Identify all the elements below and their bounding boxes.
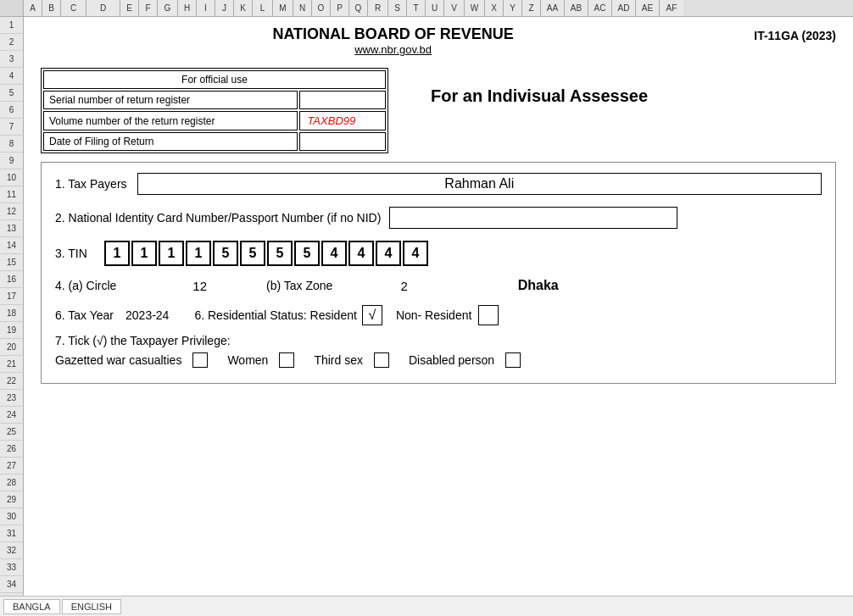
col-header-L[interactable]: L <box>253 0 273 16</box>
city-value: Dhaka <box>518 278 559 293</box>
row-num-16: 16 <box>0 271 24 288</box>
tin-digit-9[interactable]: 4 <box>321 241 347 266</box>
bottom-tab-bar: BANGLA ENGLISH <box>0 596 853 616</box>
column-header-row: A B C D E F G H I J K L M N O P Q R S T … <box>0 0 853 17</box>
gazetted-checkbox[interactable] <box>192 352 208 368</box>
third-sex-label: Third sex <box>314 353 363 367</box>
tin-cells: 1 1 1 1 5 5 5 5 4 4 4 4 <box>104 241 428 266</box>
col-header-Y[interactable]: Y <box>504 0 522 16</box>
non-resident-label: Non- Resident <box>396 308 472 322</box>
tin-label: 3. TIN <box>55 247 87 260</box>
residential-label: 6. Residential Status: Resident <box>194 308 356 322</box>
row-num-26: 26 <box>0 441 24 458</box>
tab-english[interactable]: ENGLISH <box>62 599 121 614</box>
col-header-U[interactable]: U <box>426 0 444 16</box>
tin-digit-5[interactable]: 5 <box>213 241 238 266</box>
col-header-W[interactable]: W <box>465 0 485 16</box>
tax-payers-row: 1. Tax Payers Rahman Ali <box>55 173 822 195</box>
circle-zone-row: 4. (a) Circle 12 (b) Tax Zone 2 Dhaka <box>55 278 822 293</box>
tab-bangla[interactable]: BANGLA <box>3 599 60 614</box>
row-num-1: 1 <box>0 17 24 34</box>
row-num-3: 3 <box>0 51 24 68</box>
document-title: NATIONAL BOARD OF REVENUE <box>41 25 745 43</box>
women-checkbox[interactable] <box>279 352 294 368</box>
col-header-V[interactable]: V <box>444 0 465 16</box>
col-header-P[interactable]: P <box>331 0 349 16</box>
col-header-H[interactable]: H <box>178 0 197 16</box>
tin-digit-4[interactable]: 1 <box>186 241 211 266</box>
nid-value[interactable] <box>389 207 677 229</box>
circle-value: 12 <box>192 279 207 293</box>
privilege-section: 7. Tick (√) the Taxpayer Privilege: Gaze… <box>55 334 822 368</box>
privilege-row: Gazetted war casualties Women Third sex … <box>55 352 822 368</box>
tin-digit-12[interactable]: 4 <box>403 241 428 266</box>
disabled-checkbox[interactable] <box>505 352 521 368</box>
row-num-24: 24 <box>0 407 24 424</box>
official-use-section: For official use Serial number of return… <box>41 61 836 153</box>
col-header-A[interactable]: A <box>24 0 42 16</box>
volume-number-label: Volume number of the return register <box>43 111 298 130</box>
volume-number-value[interactable]: TAXBD99 <box>299 111 386 130</box>
date-filing-value[interactable] <box>299 132 386 151</box>
row-num-12: 12 <box>0 203 24 220</box>
col-header-F[interactable]: F <box>139 0 158 16</box>
col-header-R[interactable]: R <box>368 0 388 16</box>
col-header-D[interactable]: D <box>86 0 120 16</box>
col-header-AB[interactable]: AB <box>565 0 588 16</box>
resident-checkbox[interactable]: √ <box>362 305 382 325</box>
col-header-AA[interactable]: AA <box>541 0 565 16</box>
tin-digit-3[interactable]: 1 <box>159 241 184 266</box>
col-header-J[interactable]: J <box>215 0 234 16</box>
tin-digit-10[interactable]: 4 <box>348 241 374 266</box>
gazetted-label: Gazetted war casualties <box>55 353 181 367</box>
col-header-B[interactable]: B <box>42 0 61 16</box>
col-header-Q[interactable]: Q <box>349 0 368 16</box>
row-num-23: 23 <box>0 390 24 407</box>
row-num-29: 29 <box>0 491 24 508</box>
disabled-person-label: Disabled person <box>409 353 494 367</box>
row-num-22: 22 <box>0 373 24 390</box>
tax-payers-value[interactable]: Rahman Ali <box>137 173 822 195</box>
row-num-2: 2 <box>0 34 24 51</box>
col-header-I[interactable]: I <box>197 0 215 16</box>
tin-digit-6[interactable]: 5 <box>240 241 265 266</box>
tax-year-value: 2023-24 <box>125 308 169 322</box>
non-resident-checkbox[interactable] <box>478 305 499 325</box>
document-content: NATIONAL BOARD OF REVENUE www.nbr.gov.bd… <box>24 17 853 596</box>
nid-label: 2. National Identity Card Number/Passpor… <box>55 211 381 225</box>
row-num-14: 14 <box>0 237 24 254</box>
tin-digit-7[interactable]: 5 <box>267 241 293 266</box>
row-num-21: 21 <box>0 356 24 373</box>
col-header-O[interactable]: O <box>312 0 331 16</box>
col-header-AD[interactable]: AD <box>612 0 636 16</box>
tin-digit-1[interactable]: 1 <box>104 241 130 266</box>
row-num-9: 9 <box>0 153 24 169</box>
tin-digit-11[interactable]: 4 <box>376 241 401 266</box>
form-id: IT-11GA (2023) <box>754 29 836 42</box>
row-num-27: 27 <box>0 458 24 474</box>
col-header-S[interactable]: S <box>388 0 407 16</box>
tin-digit-8[interactable]: 5 <box>294 241 320 266</box>
col-header-M[interactable]: M <box>273 0 293 16</box>
content-area: 1 2 3 4 5 6 7 8 9 10 11 12 13 14 15 16 1… <box>0 17 853 596</box>
col-header-AE[interactable]: AE <box>636 0 660 16</box>
col-header-T[interactable]: T <box>407 0 426 16</box>
row-num-19: 19 <box>0 322 24 339</box>
col-header-G[interactable]: G <box>158 0 178 16</box>
col-header-N[interactable]: N <box>293 0 312 16</box>
spreadsheet-app: A B C D E F G H I J K L M N O P Q R S T … <box>0 0 853 616</box>
col-header-AF[interactable]: AF <box>660 0 683 16</box>
tax-year-row: 6. Tax Year 2023-24 6. Residential Statu… <box>55 305 822 325</box>
row-num-30: 30 <box>0 508 24 525</box>
tin-digit-2[interactable]: 1 <box>131 241 157 266</box>
third-sex-checkbox[interactable] <box>374 352 389 368</box>
col-header-E[interactable]: E <box>120 0 139 16</box>
row-num-11: 11 <box>0 186 24 203</box>
col-header-AC[interactable]: AC <box>588 0 612 16</box>
row-num-8: 8 <box>0 136 24 153</box>
serial-number-value[interactable] <box>299 91 386 109</box>
col-header-X[interactable]: X <box>485 0 504 16</box>
col-header-C[interactable]: C <box>61 0 86 16</box>
col-header-Z[interactable]: Z <box>522 0 541 16</box>
col-header-K[interactable]: K <box>234 0 253 16</box>
